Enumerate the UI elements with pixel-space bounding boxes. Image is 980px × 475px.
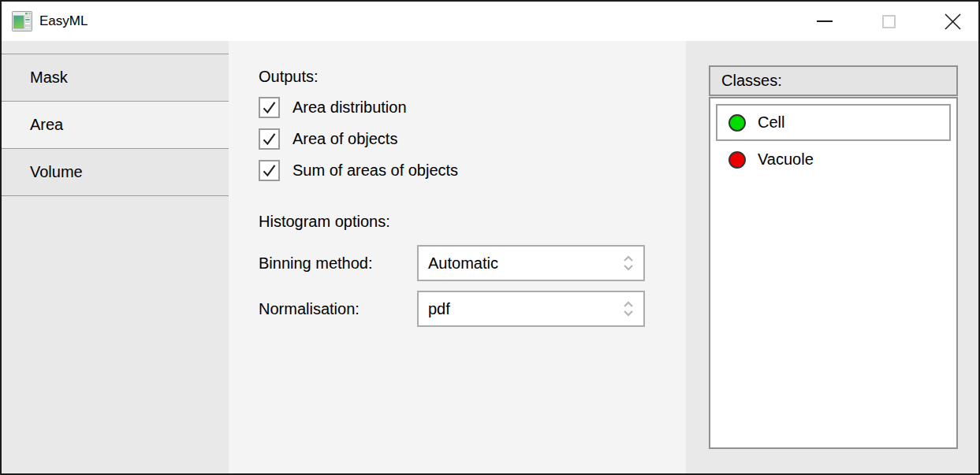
- binning-method-label: Binning method:: [259, 254, 417, 273]
- checkbox-area-of-objects[interactable]: [259, 128, 280, 150]
- normalisation-select[interactable]: pdf: [417, 291, 645, 327]
- app-icon: [12, 11, 32, 32]
- outputs-label: Outputs:: [259, 68, 686, 86]
- checkbox-area-distribution[interactable]: [259, 97, 280, 118]
- window-controls: [807, 2, 971, 41]
- title-bar: EasyML: [2, 2, 978, 41]
- sidebar: Mask Area Volume: [2, 41, 229, 473]
- class-item-vacuole[interactable]: Vacuole: [716, 141, 951, 178]
- app-window: EasyML Mask Area Volume: [0, 0, 980, 475]
- combo-updown-icon: [621, 254, 635, 273]
- normalisation-label: Normalisation:: [259, 300, 417, 318]
- maximize-button: [870, 2, 907, 41]
- class-item-cell[interactable]: Cell: [716, 104, 951, 141]
- area-settings-panel: Outputs: Area distribution Area of objec…: [229, 41, 686, 473]
- classes-header: Classes:: [709, 65, 958, 96]
- classes-list[interactable]: Cell Vacuole: [709, 97, 958, 449]
- tab-volume[interactable]: Volume: [2, 149, 229, 196]
- checkbox-row: Area distribution: [259, 97, 686, 118]
- binning-method-value: Automatic: [428, 254, 621, 273]
- close-button[interactable]: [934, 2, 971, 41]
- checkbox-sum-of-areas[interactable]: [259, 160, 280, 181]
- checkbox-label: Area distribution: [293, 98, 407, 117]
- checkbox-row: Sum of areas of objects: [259, 160, 686, 181]
- maximize-icon: [882, 15, 896, 28]
- checkbox-label: Sum of areas of objects: [293, 161, 458, 180]
- combo-updown-icon: [621, 299, 635, 318]
- class-color-dot-red: [728, 151, 746, 169]
- tab-mask[interactable]: Mask: [2, 54, 229, 102]
- checkbox-label: Area of objects: [293, 130, 397, 148]
- window-title: EasyML: [39, 13, 88, 29]
- histogram-options-label: Histogram options:: [259, 213, 686, 231]
- minimize-button[interactable]: [807, 2, 843, 41]
- class-item-label: Vacuole: [758, 150, 814, 169]
- normalisation-row: Normalisation: pdf: [259, 291, 686, 327]
- tab-area[interactable]: Area: [2, 102, 229, 149]
- classes-panel: Classes: Cell Vacuole: [686, 41, 978, 473]
- normalisation-value: pdf: [428, 300, 621, 318]
- sidebar-tabs: Mask Area Volume: [2, 54, 229, 196]
- binning-method-select[interactable]: Automatic: [417, 245, 645, 281]
- class-color-dot-green: [728, 114, 746, 132]
- class-item-label: Cell: [758, 113, 784, 132]
- checkbox-row: Area of objects: [259, 128, 686, 150]
- binning-method-row: Binning method: Automatic: [259, 245, 686, 281]
